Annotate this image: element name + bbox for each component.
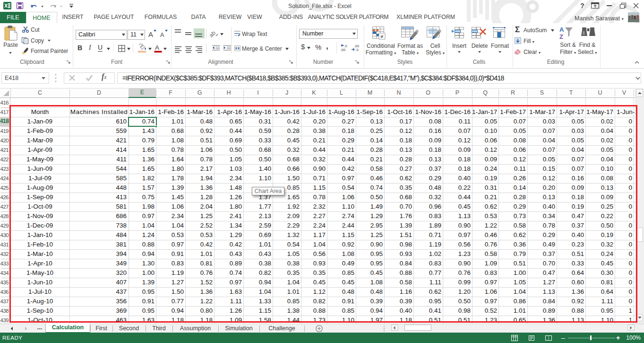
svg-text:≠: ≠ <box>380 34 383 39</box>
svg-text:A: A <box>148 30 153 38</box>
svg-text:A: A <box>160 32 164 38</box>
svg-text:ab: ab <box>209 29 217 38</box>
svg-text:.0: .0 <box>355 48 359 52</box>
svg-text:A: A <box>559 26 564 33</box>
svg-text:A: A <box>155 44 159 51</box>
svg-text:Z: Z <box>559 33 563 40</box>
svg-text:?: ? <box>580 2 584 9</box>
svg-text:.00: .00 <box>340 48 346 52</box>
